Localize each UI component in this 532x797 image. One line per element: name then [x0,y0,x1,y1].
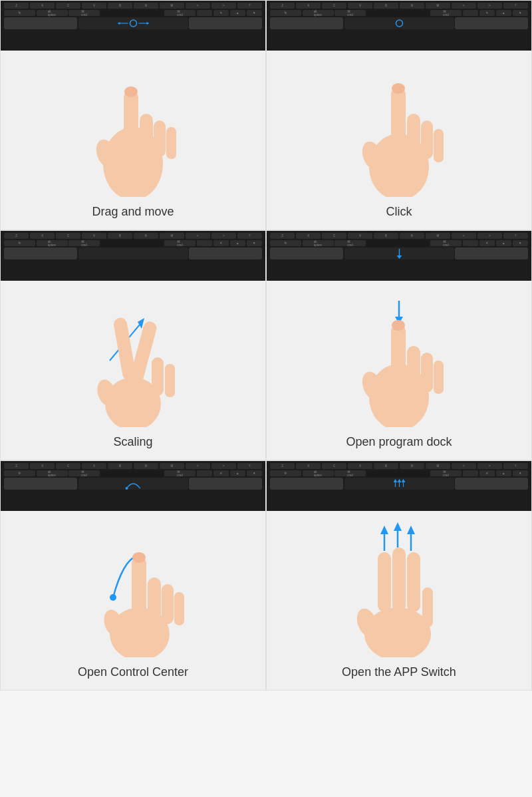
gesture-image-scaling [1,281,265,427]
cell-open-app-switch: ZXC VBN M<>? fn altoption ⌘cmd ⌘cmd ☀ ▲ … [266,460,532,691]
gesture-image-click [267,51,531,197]
svg-point-40 [110,594,116,601]
keyboard-scaling: ZXC VBN M<>? fn altoption ⌘cmd ⌘cmd ☀ ▲ … [1,231,265,281]
svg-marker-2 [117,22,120,25]
svg-rect-46 [174,592,184,625]
svg-point-11 [124,86,138,97]
svg-rect-62 [378,552,391,612]
hand-svg-click [339,51,459,197]
svg-rect-63 [392,548,406,612]
svg-marker-51 [397,479,401,482]
svg-rect-27 [165,364,175,397]
label-scaling: Scaling [1,427,265,460]
cell-open-program-dock: ZXC VBN M<>? fn altoption ⌘cmd ⌘cmd ☀ ▲ … [266,230,532,460]
keyboard-open-program-dock: ZXC VBN M<>? fn altoption ⌘cmd ⌘cmd ☀ ▲ … [267,231,531,281]
svg-marker-59 [407,526,415,534]
label-open-control-center: Open Control Center [1,657,265,690]
svg-rect-25 [112,317,136,381]
gesture-image-drag [1,51,265,197]
svg-rect-9 [154,120,166,157]
svg-rect-45 [162,584,174,624]
gesture-image-open-program-dock [267,281,531,427]
svg-rect-16 [407,114,420,157]
svg-point-0 [130,20,136,27]
hand-svg-open-app-switch [339,511,459,657]
hand-svg-open-program-dock [339,281,459,427]
gesture-grid: ZXC VBN M<>? fn altoption ⌘cmd ⌘cmd ☀ ▲ … [0,0,532,691]
svg-point-39 [125,487,128,490]
keyboard-open-app-switch: ZXC VBN M<>? fn altoption ⌘cmd ⌘cmd ☀ ▲ … [267,461,531,511]
keyboard-open-control-center: ZXC VBN M<>? fn altoption ⌘cmd ⌘cmd ☀ ▲ … [1,461,265,511]
svg-rect-17 [421,120,433,159]
hand-svg-open-control-center [73,511,193,657]
cell-drag-and-move: ZXC VBN M<>? fn altoption ⌘cmd ⌘cmd ☀ ▲ … [0,0,266,230]
gesture-image-open-control-center [1,511,265,657]
svg-rect-37 [434,361,444,394]
svg-point-12 [396,20,402,27]
svg-marker-49 [393,479,397,482]
hand-svg-drag [73,51,193,197]
cell-open-control-center: ZXC VBN M<>? fn altoption ⌘cmd ⌘cmd ☀ ▲ … [0,460,266,691]
svg-rect-8 [140,114,153,154]
svg-rect-44 [148,577,161,621]
label-drag: Drag and move [1,197,265,230]
svg-rect-7 [124,90,138,150]
svg-marker-57 [394,522,402,531]
cell-scaling: ZXC VBN M<>? fn altoption ⌘cmd ⌘cmd ☀ ▲ … [0,230,266,460]
svg-marker-4 [146,22,149,25]
svg-point-38 [392,320,405,331]
keyboard-drag: ZXC VBN M<>? fn altoption ⌘cmd ⌘cmd ☀ ▲ … [1,1,265,51]
svg-rect-10 [166,127,176,159]
svg-marker-53 [401,479,405,482]
label-click: Click [267,197,531,230]
svg-rect-15 [391,87,406,150]
svg-rect-34 [391,324,406,384]
hand-svg-scaling [73,281,193,427]
svg-point-47 [132,552,146,563]
label-open-program-dock: Open program dock [267,427,531,460]
svg-rect-65 [422,587,433,627]
svg-marker-55 [380,526,388,534]
svg-rect-64 [407,552,420,612]
svg-marker-29 [396,255,402,259]
svg-rect-35 [407,346,420,389]
keyboard-click: ZXC VBN M<>? fn altoption ⌘cmd ⌘cmd ☀ ▲ … [267,1,531,51]
svg-rect-36 [421,353,433,393]
svg-rect-18 [434,129,444,162]
svg-rect-26 [152,357,164,396]
svg-point-19 [392,83,405,94]
cell-click: ZXC VBN M<>? fn altoption ⌘cmd ⌘cmd ☀ ▲ … [266,0,532,230]
gesture-image-open-app-switch [267,511,531,657]
label-open-app-switch: Open the APP Switch [267,657,531,690]
svg-rect-43 [132,556,146,616]
